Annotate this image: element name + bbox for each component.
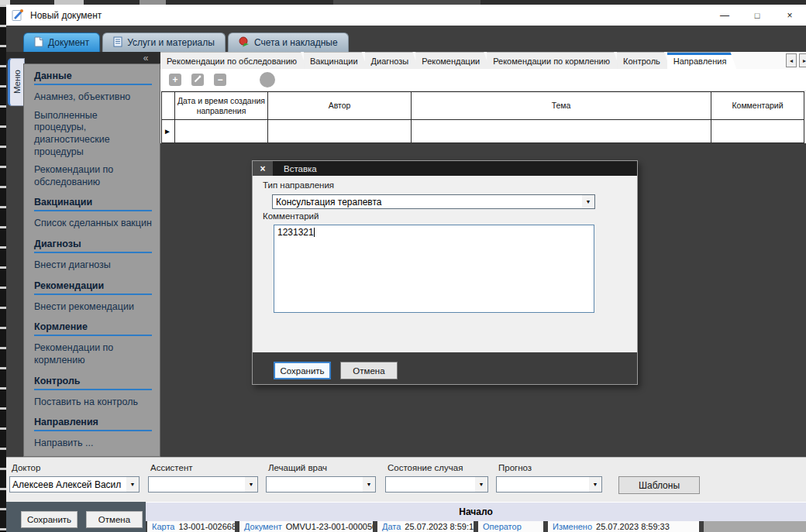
tab-scroll-left-icon[interactable]: ◂ <box>786 53 797 67</box>
referrals-panel: + − Дата и время создания направления <box>160 69 806 143</box>
subtab-referrals[interactable]: Направления <box>667 52 737 69</box>
dialog-save-button[interactable]: Сохранить <box>274 362 331 379</box>
subtab-recommendations[interactable]: Рекомендации <box>415 52 490 69</box>
section-title-recommendations: Рекомендации <box>34 280 152 295</box>
status-document-label: Документ <box>244 522 282 531</box>
tab-services-label: Услуги и материалы <box>127 37 215 48</box>
sidebar-menu: Данные Анамнез, объективно Выполненные п… <box>23 63 160 457</box>
sidebar-menu-tab[interactable]: Меню <box>8 58 25 106</box>
referral-type-value: Консультация терапевта <box>273 197 582 208</box>
save-document-button[interactable]: Сохранить <box>21 511 78 528</box>
case-state-label: Состояние случая <box>388 463 488 472</box>
dialog-close-icon[interactable]: × <box>253 161 273 176</box>
sidebar-item-anamnesis[interactable]: Анамнез, объективно <box>34 91 152 104</box>
bottom-action-bar: Сохранить Отмена <box>6 502 146 532</box>
section-title-control: Контроль <box>34 376 152 390</box>
chevron-down-icon: ▼ <box>475 477 487 492</box>
grid-header-row: Дата и время создания направления Автор … <box>161 91 804 120</box>
edit-row-button[interactable] <box>191 74 204 86</box>
dialog-cancel-button[interactable]: Отмена <box>340 362 398 379</box>
tab-scroll-right-icon[interactable]: ▸ <box>799 53 806 67</box>
doctor-value: Алексеев Алексей Васил <box>10 479 126 490</box>
status-card: Карта 13-001-002668 <box>147 521 235 532</box>
status-card-label: Карта <box>152 522 174 531</box>
assistant-label: Ассистент <box>150 463 258 472</box>
dialog-footer: Сохранить Отмена <box>253 352 637 384</box>
pencil-icon <box>194 74 202 85</box>
referral-type-combobox[interactable]: Консультация терапевта ▼ <box>272 194 595 209</box>
document-icon <box>34 36 43 50</box>
cancel-document-button[interactable]: Отмена <box>86 511 143 528</box>
add-row-button[interactable]: + <box>169 74 181 86</box>
assistant-combobox[interactable]: ▼ <box>148 476 258 493</box>
sidebar-item-enter-diagnoses[interactable]: Внести диагнозы <box>34 259 152 272</box>
status-modified: Изменено 25.07.2023 8:59:33 <box>548 521 699 532</box>
status-card-value: 13-001-002668 <box>178 522 235 531</box>
background-window-list <box>0 5 6 532</box>
doctor-combobox[interactable]: Алексеев Алексей Васил ▼ <box>9 476 140 493</box>
minimize-button[interactable]: — <box>708 5 741 26</box>
column-header-subject: Тема <box>412 91 711 120</box>
chevron-down-icon: ▼ <box>582 195 594 208</box>
prognosis-combobox[interactable]: ▼ <box>496 476 602 493</box>
sidebar-item-put-on-control[interactable]: Поставить на контроль <box>34 396 152 409</box>
window-title: Новый документ <box>30 10 102 21</box>
maximize-button[interactable]: □ <box>741 5 773 26</box>
column-header-comment: Комментарий <box>711 91 804 120</box>
prognosis-label: Прогноз <box>498 463 602 472</box>
referrals-grid: Дата и время создания направления Автор … <box>161 91 804 143</box>
row-selector-icon: ► <box>164 127 171 136</box>
chevron-down-icon: ▼ <box>589 477 601 492</box>
column-header-author: Автор <box>268 91 412 120</box>
screen: Новый документ — □ × Документ <box>0 0 806 532</box>
dialog-title: Вставка <box>284 164 317 173</box>
cell-comment <box>711 120 804 143</box>
subtab-control[interactable]: Контроль <box>617 52 670 69</box>
section-title-referrals: Направления <box>34 417 152 431</box>
section-title-diagnoses: Диагнозы <box>34 239 152 253</box>
status-document: Документ OMVU1-23-001-000050 <box>239 521 373 532</box>
sidebar-item-vaccine-list[interactable]: Список сделанных вакцин <box>34 218 152 230</box>
tab-services-materials[interactable]: Услуги и материалы <box>102 33 226 52</box>
table-row[interactable]: ► <box>161 120 804 143</box>
window-controls: — □ × <box>708 5 806 26</box>
close-button[interactable]: × <box>773 5 806 26</box>
section-title-vaccinations: Вакцинации <box>34 197 152 211</box>
case-state-combobox[interactable]: ▼ <box>385 476 488 493</box>
sidebar-item-procedures[interactable]: Выполненные процедуры, диагностические п… <box>34 110 152 159</box>
status-date-value: 25.07.2023 8:59:17 <box>405 522 474 531</box>
main-tab-bar: Документ Услуги и материалы <box>6 31 806 52</box>
chevron-down-icon: ▼ <box>126 477 139 492</box>
referral-type-label: Тип направления <box>263 180 334 190</box>
case-footer-panel: Доктор Алексеев Алексей Васил ▼ Ассистен… <box>6 457 806 502</box>
remove-row-button[interactable]: − <box>214 74 226 86</box>
tab-document-label: Документ <box>48 37 89 48</box>
subtab-feeding-recommendations[interactable]: Рекомендации по кормлению <box>487 52 620 69</box>
attending-doctor-combobox[interactable]: ▼ <box>266 476 376 493</box>
tab-invoices[interactable]: Счета и накладные <box>228 33 349 52</box>
sidebar-item-enter-recommendations[interactable]: Внести рекомендации <box>34 301 152 314</box>
sidebar-item-exam-recommendations[interactable]: Рекомендации по обследованию <box>34 164 152 188</box>
subtab-vaccinations[interactable]: Вакцинации <box>304 52 368 69</box>
stage-label: Начало <box>459 506 492 517</box>
tab-document[interactable]: Документ <box>23 33 100 52</box>
chevron-down-icon: ▼ <box>245 477 257 492</box>
text-caret <box>314 228 315 237</box>
cell-author <box>268 120 412 143</box>
subtab-diagnoses[interactable]: Диагнозы <box>365 52 419 69</box>
subtab-exam-recommendations[interactable]: Рекомендации по обследованию <box>160 52 307 69</box>
status-bar: Карта 13-001-002668 Документ OMVU1-23-00… <box>146 521 806 532</box>
sidebar-item-feeding-recommendations[interactable]: Рекомендации по кормлению <box>34 342 152 366</box>
sidebar-item-refer[interactable]: Направить ... <box>34 438 152 450</box>
services-list-icon <box>113 36 122 50</box>
stage-bar: Начало <box>146 502 806 521</box>
collapse-sidebar-button[interactable]: « <box>138 53 153 63</box>
status-circle-indicator <box>260 72 275 88</box>
templates-button[interactable]: Шаблоны <box>618 476 700 494</box>
title-bar: Новый документ — □ × <box>6 5 806 26</box>
dialog-title-bar: × Вставка <box>253 161 637 176</box>
comment-textarea[interactable]: 1231321 <box>274 225 594 313</box>
dialog-body: Тип направления Консультация терапевта ▼… <box>253 176 637 352</box>
sidebar-header-strip: « <box>6 52 160 63</box>
status-operator-label: Оператор <box>483 522 522 531</box>
